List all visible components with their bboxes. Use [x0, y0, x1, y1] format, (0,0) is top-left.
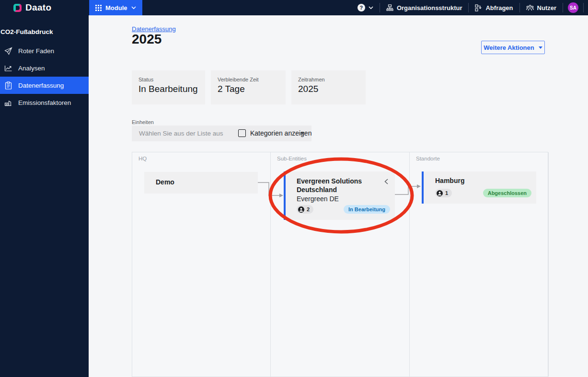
chevron-down-icon — [131, 6, 136, 9]
sidebar-item-label: Analysen — [18, 65, 45, 72]
users-label: Nutzer — [537, 4, 556, 11]
users-icon — [526, 4, 534, 11]
user-icon — [437, 190, 443, 196]
entity-board: HQ Sub-Entities Standorte Demo Evergreen… — [132, 152, 548, 377]
stat-value: In Bearbeitung — [138, 84, 198, 94]
stat-label: Verbleibende Zeit — [218, 77, 279, 82]
status-badge: In Bearbeitung — [344, 205, 390, 214]
column-title: HQ — [132, 152, 270, 161]
queries-button[interactable]: Abfragen — [469, 0, 519, 15]
entity-card-title: Demo — [156, 178, 174, 187]
stat-label: Status — [138, 77, 198, 82]
sidebar-item-datenerfassung[interactable]: Datenerfassung — [0, 77, 89, 94]
sidebar-item-label: Emissionsfaktoren — [18, 99, 71, 106]
topbar-divider — [583, 3, 584, 12]
user-count: 2 — [307, 206, 310, 212]
stat-card-remaining-time: Verbleibende Zeit 2 Tage — [211, 70, 286, 104]
collapse-chevron-left-icon[interactable] — [384, 178, 388, 186]
entity-card-subtitle: Evergreen DE — [297, 195, 339, 203]
org-structure-label: Organisationsstruktur — [397, 4, 462, 11]
show-categories-label[interactable]: Kategorien anzeigen — [250, 129, 311, 137]
line-chart-icon — [4, 64, 12, 72]
chevron-down-icon — [369, 6, 373, 9]
show-categories-checkbox[interactable] — [238, 129, 246, 137]
sidebar-item-emissionsfaktoren[interactable]: Emissionsfaktoren — [0, 94, 89, 111]
user-count-badge: 1 — [435, 189, 452, 197]
entity-card-title: Evergreen Solutions Deutschland — [297, 177, 371, 194]
stat-card-timeframe: Zeitrahmen 2025 — [291, 70, 366, 104]
status-badge: Abgeschlossen — [483, 189, 531, 197]
stat-value: 2 Tage — [218, 84, 279, 94]
user-icon — [298, 206, 304, 213]
entity-card-evergreen[interactable]: Evergreen Solutions Deutschland Evergree… — [284, 171, 395, 220]
stat-card-status: Status In Bearbeitung — [132, 70, 205, 104]
clipboard-icon — [4, 81, 12, 90]
sidebar-item-label: Datenerfassung — [18, 82, 64, 89]
account-menu[interactable]: SA — [563, 0, 583, 15]
user-avatar[interactable]: SA — [568, 2, 578, 13]
module-menu-button[interactable]: Module — [89, 0, 142, 15]
grid-icon — [95, 5, 102, 11]
units-select-placeholder: Wählen Sie aus der Liste aus — [139, 130, 223, 137]
users-button[interactable]: Nutzer — [520, 0, 563, 15]
paper-plane-icon — [4, 47, 12, 55]
user-count: 1 — [445, 190, 448, 196]
page-title: 2025 — [132, 32, 161, 47]
column-title: Standorte — [410, 152, 548, 161]
stat-label: Zeitrahmen — [298, 77, 359, 82]
org-structure-icon — [386, 4, 393, 11]
entity-card-title: Hamburg — [435, 177, 464, 185]
caret-down-icon — [539, 46, 542, 49]
sidebar-section-title: CO2-Fußabdruck — [0, 28, 53, 35]
help-menu-button[interactable]: ? — [351, 0, 380, 15]
top-bar: Daato Module ? — [0, 0, 588, 15]
sidebar-item-label: Roter Faden — [18, 47, 54, 55]
column-title: Sub-Entities — [271, 152, 409, 161]
sidebar: CO2-Fußabdruck Roter Faden Analysen Date… — [0, 15, 89, 377]
more-actions-label: Weitere Aktionen — [484, 44, 534, 51]
main-content: Datenerfassung 2025 Weitere Aktionen Sta… — [89, 15, 588, 377]
daato-logo: Daato — [13, 0, 51, 15]
queries-icon — [475, 4, 482, 11]
units-label: Einheiten — [132, 119, 154, 125]
module-menu-label: Module — [105, 4, 127, 11]
sidebar-item-roter-faden[interactable]: Roter Faden — [0, 42, 89, 59]
org-structure-button[interactable]: Organisationsstruktur — [380, 0, 469, 15]
more-actions-button[interactable]: Weitere Aktionen — [481, 41, 545, 54]
sidebar-item-analysen[interactable]: Analysen — [0, 59, 89, 77]
emission-factors-icon — [4, 99, 12, 106]
entity-card-hamburg[interactable]: Hamburg 1 Abgeschlossen — [422, 171, 536, 204]
user-count-badge: 2 — [297, 205, 313, 214]
daato-logo-icon — [13, 4, 22, 12]
stat-value: 2025 — [298, 84, 359, 94]
queries-label: Abfragen — [485, 4, 513, 11]
help-icon: ? — [357, 4, 365, 11]
daato-logo-text: Daato — [25, 2, 51, 13]
entity-card-demo[interactable]: Demo — [144, 172, 258, 194]
